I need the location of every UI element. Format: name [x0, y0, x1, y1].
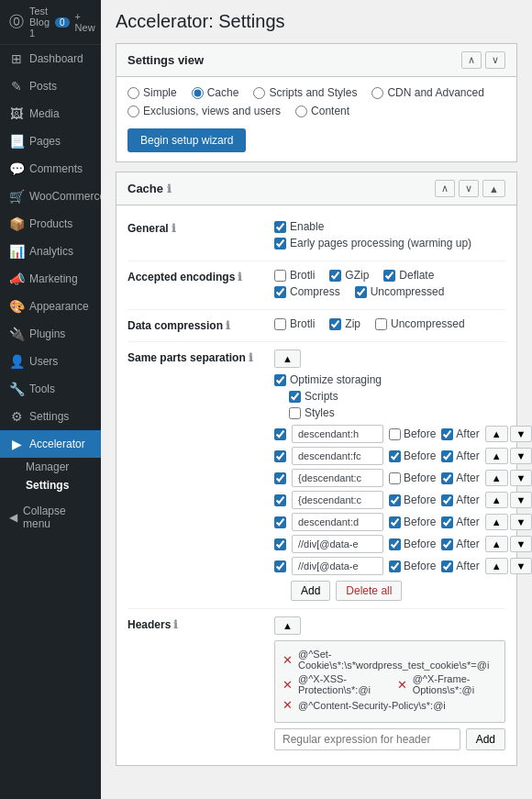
radio-simple-input[interactable]	[127, 87, 139, 99]
radio-cdn-advanced-input[interactable]	[371, 87, 383, 99]
compress-check[interactable]: Compress	[274, 285, 340, 298]
radio-simple[interactable]: Simple	[127, 86, 177, 99]
brotli-checkbox[interactable]	[274, 270, 286, 282]
selector-2-checkbox[interactable]	[274, 450, 286, 462]
scripts-check[interactable]: Scripts	[274, 390, 532, 403]
new-button[interactable]: + New	[75, 11, 95, 33]
cache-collapse-down[interactable]: ∨	[459, 180, 479, 197]
selector-1-after[interactable]: After	[441, 427, 479, 440]
selector-1-input[interactable]	[292, 425, 383, 443]
styles-checkbox[interactable]	[289, 407, 301, 419]
selector-1-checkbox[interactable]	[274, 428, 286, 440]
styles-check[interactable]: Styles	[274, 406, 532, 419]
gzip-checkbox[interactable]	[329, 270, 341, 282]
sidebar-item-pages[interactable]: 📃 Pages	[0, 128, 101, 155]
selector-5-input[interactable]	[292, 513, 383, 531]
radio-cache-input[interactable]	[192, 87, 204, 99]
selector-4-up[interactable]: ▲	[485, 492, 508, 508]
selector-5-after[interactable]: After	[441, 516, 479, 528]
selector-7-down[interactable]: ▼	[510, 558, 532, 574]
zip-check[interactable]: Zip	[329, 317, 360, 330]
selector-6-input[interactable]	[292, 535, 383, 553]
radio-scripts-styles[interactable]: Scripts and Styles	[253, 86, 357, 99]
selector-4-input[interactable]	[292, 491, 383, 509]
selector-7-after[interactable]: After	[441, 560, 479, 572]
selector-1-before[interactable]: Before	[389, 427, 436, 440]
radio-exclusions-input[interactable]	[127, 105, 139, 117]
header-3-remove[interactable]: ✕	[397, 678, 407, 692]
sidebar-item-comments[interactable]: 💬 Comments	[0, 155, 101, 183]
sidebar-item-media[interactable]: 🖼 Media	[0, 100, 101, 128]
sidebar-item-analytics[interactable]: 📊 Analytics	[0, 238, 101, 265]
enable-checkbox[interactable]	[274, 221, 286, 233]
gzip-check[interactable]: GZip	[329, 269, 369, 282]
sidebar-item-products[interactable]: 📦 Products	[0, 210, 101, 238]
radio-exclusions[interactable]: Exclusions, views and users	[127, 105, 281, 117]
selector-3-checkbox[interactable]	[274, 472, 286, 484]
uncompressed-checkbox[interactable]	[355, 286, 367, 298]
early-pages-checkbox[interactable]	[274, 238, 286, 250]
selector-7-before[interactable]: Before	[389, 560, 436, 572]
sidebar-item-settings[interactable]: ⚙ Settings	[0, 403, 101, 430]
header-1-remove[interactable]: ✕	[283, 653, 293, 667]
selector-7-checkbox[interactable]	[274, 560, 286, 572]
selector-3-before[interactable]: Before	[389, 472, 436, 484]
settings-view-collapse-down[interactable]: ∨	[485, 51, 505, 69]
selector-2-input[interactable]	[292, 447, 383, 465]
radio-content[interactable]: Content	[295, 105, 349, 117]
brotli2-check[interactable]: Brotli	[274, 317, 315, 330]
selector-1-down[interactable]: ▼	[510, 426, 532, 442]
zip-checkbox[interactable]	[329, 318, 341, 330]
selector-3-up[interactable]: ▲	[485, 470, 508, 486]
header-2-remove[interactable]: ✕	[283, 678, 293, 692]
brotli2-checkbox[interactable]	[274, 318, 286, 330]
selector-6-down[interactable]: ▼	[510, 536, 532, 552]
selector-5-down[interactable]: ▼	[510, 514, 532, 530]
sidebar-sub-manager[interactable]: Manager	[0, 458, 101, 476]
selector-5-before[interactable]: Before	[389, 516, 436, 528]
sidebar-item-woocommerce[interactable]: 🛒 WooCommerce	[0, 183, 101, 210]
uncompressed2-check[interactable]: Uncompressed	[375, 317, 465, 330]
optimize-storaging-checkbox[interactable]	[274, 374, 286, 386]
enable-check[interactable]: Enable	[274, 220, 505, 233]
header-add-button[interactable]: Add	[466, 728, 505, 750]
sidebar-item-users[interactable]: 👤 Users	[0, 348, 101, 375]
optimize-storaging-check[interactable]: Optimize storaging	[274, 373, 532, 386]
uncompressed2-checkbox[interactable]	[375, 318, 387, 330]
selector-4-checkbox[interactable]	[274, 494, 286, 506]
sidebar-item-accelerator[interactable]: ▶ Accelerator	[0, 430, 101, 458]
radio-cdn-advanced[interactable]: CDN and Advanced	[371, 86, 483, 99]
brotli-check[interactable]: Brotli	[274, 269, 315, 282]
sidebar-item-appearance[interactable]: 🎨 Appearance	[0, 293, 101, 320]
selector-7-up[interactable]: ▲	[485, 558, 508, 574]
selector-2-before[interactable]: Before	[389, 449, 436, 462]
sidebar-item-dashboard[interactable]: ⊞ Dashboard	[0, 45, 101, 72]
header-regex-input[interactable]	[274, 728, 460, 750]
radio-cache[interactable]: Cache	[192, 86, 239, 99]
radio-scripts-styles-input[interactable]	[253, 87, 265, 99]
collapse-menu[interactable]: ◀ Collapse menu	[0, 498, 101, 537]
selector-3-down[interactable]: ▼	[510, 470, 532, 486]
scripts-checkbox[interactable]	[289, 391, 301, 403]
updown-up-button[interactable]: ▲	[274, 350, 301, 368]
add-selector-button[interactable]: Add	[291, 581, 330, 601]
selector-2-down[interactable]: ▼	[510, 448, 532, 464]
selector-4-before[interactable]: Before	[389, 494, 436, 506]
headers-up-button[interactable]: ▲	[274, 616, 301, 635]
radio-content-input[interactable]	[295, 105, 307, 117]
selector-6-after[interactable]: After	[441, 538, 479, 550]
deflate-checkbox[interactable]	[383, 270, 395, 282]
sidebar-item-marketing[interactable]: 📣 Marketing	[0, 265, 101, 293]
sidebar-sub-settings[interactable]: Settings	[0, 476, 101, 494]
compress-checkbox[interactable]	[274, 286, 286, 298]
selector-5-checkbox[interactable]	[274, 516, 286, 528]
delete-all-button[interactable]: Delete all	[336, 581, 402, 601]
notification-badge[interactable]: 0	[55, 17, 70, 28]
selector-2-after[interactable]: After	[441, 449, 479, 462]
early-pages-check[interactable]: Early pages processing (warming up)	[274, 237, 505, 250]
sidebar-item-plugins[interactable]: 🔌 Plugins	[0, 320, 101, 348]
selector-7-input[interactable]	[292, 557, 383, 575]
uncompressed-check[interactable]: Uncompressed	[355, 285, 445, 298]
header-4-remove[interactable]: ✕	[283, 698, 293, 712]
sidebar-item-tools[interactable]: 🔧 Tools	[0, 375, 101, 403]
